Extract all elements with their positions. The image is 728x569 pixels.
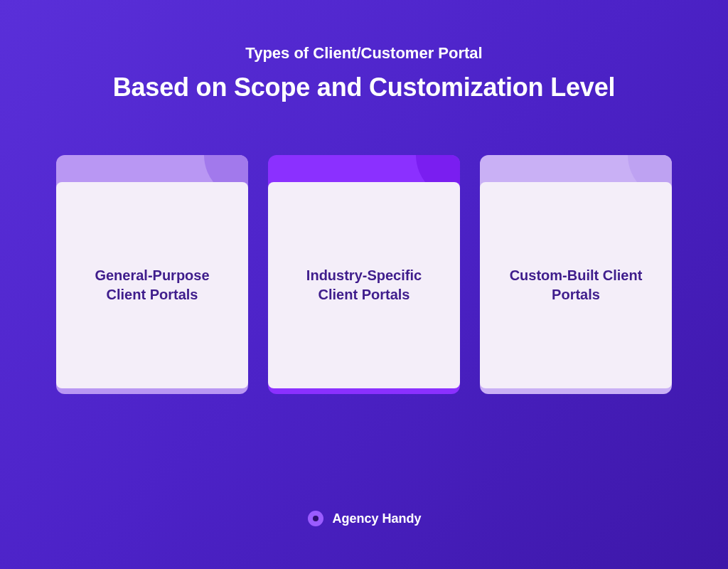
- footer: Agency Handy: [0, 509, 728, 528]
- card-body: General-Purpose Client Portals: [56, 182, 248, 388]
- card-label: Industry-Specific Client Portals: [288, 266, 440, 304]
- card-custom-built: Custom-Built Client Portals: [480, 155, 672, 394]
- header: Types of Client/Customer Portal Based on…: [0, 0, 728, 102]
- card-label: Custom-Built Client Portals: [500, 266, 652, 304]
- card-label: General-Purpose Client Portals: [76, 266, 228, 304]
- header-title: Based on Scope and Customization Level: [0, 73, 728, 102]
- brand-name: Agency Handy: [332, 511, 421, 526]
- card-body: Custom-Built Client Portals: [480, 182, 672, 388]
- card-body: Industry-Specific Client Portals: [268, 182, 460, 388]
- header-subtitle: Types of Client/Customer Portal: [0, 44, 728, 63]
- cards-row: General-Purpose Client Portals Industry-…: [0, 155, 728, 394]
- brand-logo-icon: [306, 509, 325, 528]
- svg-point-1: [313, 516, 318, 521]
- card-industry-specific: Industry-Specific Client Portals: [268, 155, 460, 394]
- card-general-purpose: General-Purpose Client Portals: [56, 155, 248, 394]
